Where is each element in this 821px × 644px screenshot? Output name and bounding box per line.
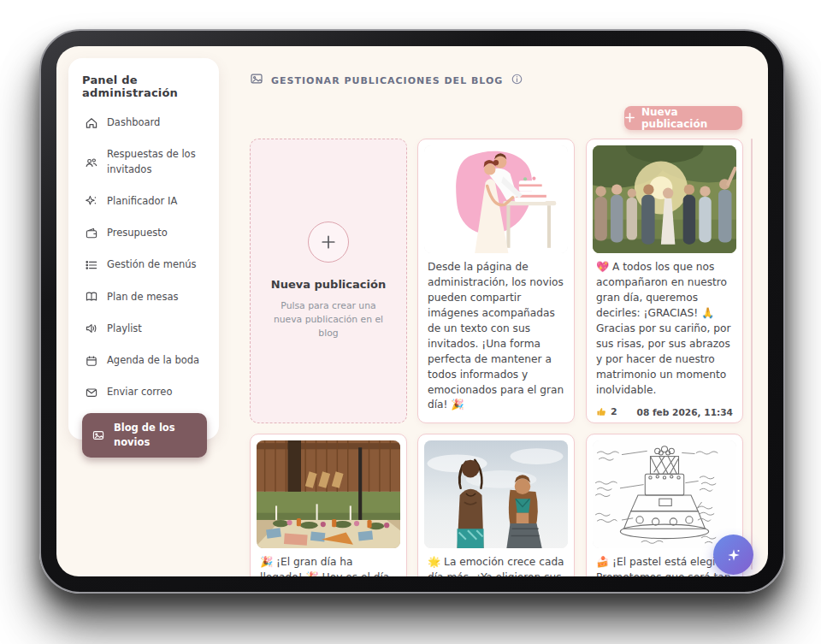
sidebar-item-label: Plan de mesas [107, 290, 178, 304]
sidebar-item-enviar-correo[interactable]: Enviar correo [82, 381, 207, 404]
page: Panel de administración Dashboard Respue… [0, 0, 821, 644]
sidebar-item-gestion-menus[interactable]: Gestión de menús [82, 253, 207, 276]
home-icon [84, 115, 98, 130]
blog-post-card: Desde la página de administración, los n… [417, 139, 575, 423]
sidebar-item-blog-novios[interactable]: Blog de los novios [82, 413, 207, 458]
sidebar-item-label: Presupuesto [107, 226, 168, 240]
post-date: 08 feb 2026, 11:35 [469, 422, 564, 423]
post-meta: 1 08 feb 2026, 11:35 [418, 417, 574, 423]
post-image-couple-cake-illustration [424, 145, 568, 253]
sidebar-item-label: Dashboard [107, 115, 160, 130]
post-image-backyard-table [257, 440, 400, 548]
guests-icon [84, 155, 98, 169]
create-post-title: Nueva publicación [271, 278, 386, 291]
sidebar-title: Panel de administración [82, 74, 207, 99]
post-image-garden-wedding [593, 145, 736, 253]
thumbs-up-icon [428, 422, 439, 423]
post-text: 🌟 La emoción crece cada día más. ¿Ya eli… [418, 552, 574, 576]
ai-sparkle-icon [84, 194, 98, 209]
plus-circle-icon [308, 222, 349, 263]
menu-list-icon [84, 257, 98, 272]
post-date: 08 feb 2026, 11:34 [637, 407, 733, 417]
like-count: 2 [611, 406, 617, 417]
speaker-icon [84, 322, 98, 336]
mail-icon [84, 385, 98, 399]
sidebar-item-label: Respuestas de los invitados [107, 147, 205, 177]
sidebar-item-label: Planificador IA [107, 194, 177, 209]
sidebar-item-presupuesto[interactable]: Presupuesto [82, 222, 207, 245]
thumbs-up-icon [596, 406, 607, 417]
info-icon[interactable] [511, 73, 523, 89]
wallet-icon [84, 226, 98, 240]
scrollbar[interactable] [751, 139, 753, 570]
blog-post-card: 🎉 ¡El gran día ha llegado! 🎉 Hoy es el d… [250, 434, 407, 576]
sidebar: Panel de administración Dashboard Respue… [68, 58, 219, 440]
sidebar-item-label: Agenda de la boda [107, 353, 199, 368]
blog-post-card: 💖 A todos los que nos acompañaron en nue… [586, 139, 743, 423]
page-title: GESTIONAR PUBLICACIONES DEL BLOG [271, 75, 503, 86]
post-image-cake-sketch [593, 440, 736, 548]
sidebar-item-plan-mesas[interactable]: Plan de mesas [82, 286, 207, 309]
sidebar-item-agenda[interactable]: Agenda de la boda [82, 349, 207, 372]
blog-post-card: 🌟 La emoción crece cada día más. ¿Ya eli… [417, 434, 575, 576]
app-screen: Panel de administración Dashboard Respue… [56, 46, 768, 576]
like-count: 1 [442, 422, 449, 423]
sidebar-item-planificador-ia[interactable]: Planificador IA [82, 190, 207, 213]
image-icon [91, 428, 105, 442]
tablet-frame: Panel de administración Dashboard Respue… [39, 29, 785, 594]
post-text: Desde la página de administración, los n… [418, 257, 574, 417]
page-header: GESTIONAR PUBLICACIONES DEL BLOG [250, 72, 523, 89]
post-text: 💖 A todos los que nos acompañaron en nue… [587, 257, 742, 401]
sidebar-item-respuestas[interactable]: Respuestas de los invitados [82, 143, 207, 181]
post-image-couple-sky [424, 440, 568, 548]
post-likes: 1 [428, 422, 449, 423]
create-post-subtitle: Pulsa para crear una nueva publicación e… [268, 299, 389, 341]
ai-assistant-fab[interactable] [713, 535, 753, 575]
plus-icon [624, 110, 635, 127]
new-publication-button[interactable]: Nueva publicación [624, 106, 742, 130]
sidebar-item-label: Blog de los novios [114, 421, 198, 451]
sidebar-item-dashboard[interactable]: Dashboard [82, 111, 207, 134]
map-icon [84, 290, 98, 304]
ai-sparkles-icon [725, 547, 742, 564]
new-publication-button-label: Nueva publicación [641, 106, 742, 130]
sidebar-item-label: Enviar correo [107, 385, 172, 399]
calendar-icon [84, 353, 98, 368]
sidebar-item-label: Playlist [107, 322, 142, 336]
create-post-card[interactable]: Nueva publicación Pulsa para crear una n… [250, 139, 407, 423]
post-likes: 2 [596, 406, 617, 417]
post-text: 🎉 ¡El gran día ha llegado! 🎉 Hoy es el d… [251, 552, 406, 576]
sidebar-item-playlist[interactable]: Playlist [82, 317, 207, 340]
sidebar-item-label: Gestión de menús [107, 257, 197, 272]
image-icon [250, 72, 263, 89]
post-meta: 2 08 feb 2026, 11:34 [587, 401, 742, 423]
